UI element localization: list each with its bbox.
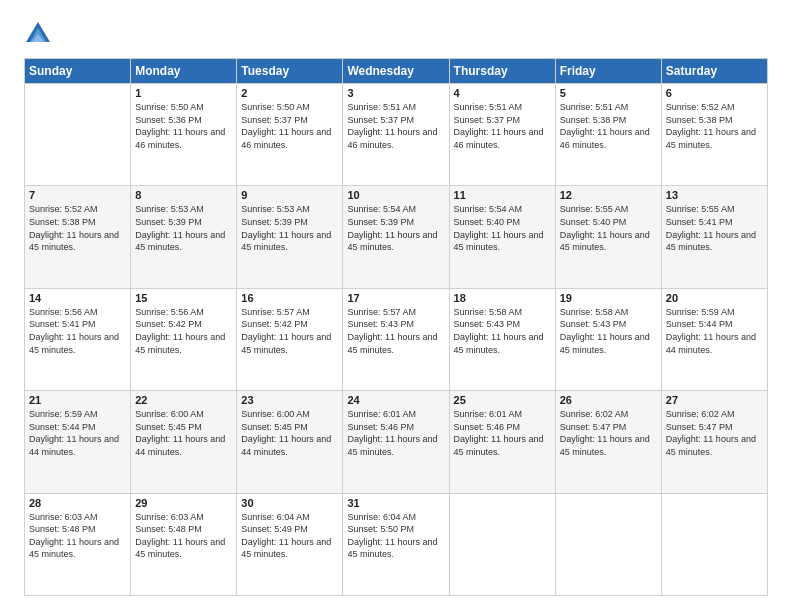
calendar-header-sunday: Sunday	[25, 59, 131, 84]
day-number: 16	[241, 292, 338, 304]
calendar-cell: 24Sunrise: 6:01 AMSunset: 5:46 PMDayligh…	[343, 391, 449, 493]
day-number: 14	[29, 292, 126, 304]
calendar-cell: 19Sunrise: 5:58 AMSunset: 5:43 PMDayligh…	[555, 288, 661, 390]
day-info: Sunrise: 5:58 AMSunset: 5:43 PMDaylight:…	[454, 306, 551, 356]
calendar-cell: 13Sunrise: 5:55 AMSunset: 5:41 PMDayligh…	[661, 186, 767, 288]
calendar-cell	[661, 493, 767, 595]
calendar-cell: 15Sunrise: 5:56 AMSunset: 5:42 PMDayligh…	[131, 288, 237, 390]
page: SundayMondayTuesdayWednesdayThursdayFrid…	[0, 0, 792, 612]
calendar-cell: 23Sunrise: 6:00 AMSunset: 5:45 PMDayligh…	[237, 391, 343, 493]
day-number: 17	[347, 292, 444, 304]
day-number: 19	[560, 292, 657, 304]
calendar-cell: 7Sunrise: 5:52 AMSunset: 5:38 PMDaylight…	[25, 186, 131, 288]
day-number: 13	[666, 189, 763, 201]
day-info: Sunrise: 5:57 AMSunset: 5:42 PMDaylight:…	[241, 306, 338, 356]
day-number: 25	[454, 394, 551, 406]
day-info: Sunrise: 5:56 AMSunset: 5:42 PMDaylight:…	[135, 306, 232, 356]
calendar-cell: 8Sunrise: 5:53 AMSunset: 5:39 PMDaylight…	[131, 186, 237, 288]
day-number: 26	[560, 394, 657, 406]
calendar-cell: 2Sunrise: 5:50 AMSunset: 5:37 PMDaylight…	[237, 84, 343, 186]
day-number: 10	[347, 189, 444, 201]
calendar-cell	[555, 493, 661, 595]
day-info: Sunrise: 5:53 AMSunset: 5:39 PMDaylight:…	[241, 203, 338, 253]
calendar-cell: 3Sunrise: 5:51 AMSunset: 5:37 PMDaylight…	[343, 84, 449, 186]
day-number: 15	[135, 292, 232, 304]
day-number: 9	[241, 189, 338, 201]
calendar-cell: 22Sunrise: 6:00 AMSunset: 5:45 PMDayligh…	[131, 391, 237, 493]
day-number: 27	[666, 394, 763, 406]
day-number: 20	[666, 292, 763, 304]
calendar-cell: 20Sunrise: 5:59 AMSunset: 5:44 PMDayligh…	[661, 288, 767, 390]
day-info: Sunrise: 5:50 AMSunset: 5:36 PMDaylight:…	[135, 101, 232, 151]
day-number: 30	[241, 497, 338, 509]
day-info: Sunrise: 5:53 AMSunset: 5:39 PMDaylight:…	[135, 203, 232, 253]
day-number: 11	[454, 189, 551, 201]
calendar-cell: 26Sunrise: 6:02 AMSunset: 5:47 PMDayligh…	[555, 391, 661, 493]
calendar-cell: 11Sunrise: 5:54 AMSunset: 5:40 PMDayligh…	[449, 186, 555, 288]
day-info: Sunrise: 5:52 AMSunset: 5:38 PMDaylight:…	[29, 203, 126, 253]
day-info: Sunrise: 5:50 AMSunset: 5:37 PMDaylight:…	[241, 101, 338, 151]
calendar-cell: 12Sunrise: 5:55 AMSunset: 5:40 PMDayligh…	[555, 186, 661, 288]
calendar-cell: 27Sunrise: 6:02 AMSunset: 5:47 PMDayligh…	[661, 391, 767, 493]
calendar-header-tuesday: Tuesday	[237, 59, 343, 84]
logo-icon	[24, 20, 52, 48]
calendar-cell: 10Sunrise: 5:54 AMSunset: 5:39 PMDayligh…	[343, 186, 449, 288]
day-info: Sunrise: 5:51 AMSunset: 5:37 PMDaylight:…	[347, 101, 444, 151]
day-number: 22	[135, 394, 232, 406]
day-number: 31	[347, 497, 444, 509]
calendar-cell: 29Sunrise: 6:03 AMSunset: 5:48 PMDayligh…	[131, 493, 237, 595]
calendar-cell: 31Sunrise: 6:04 AMSunset: 5:50 PMDayligh…	[343, 493, 449, 595]
day-info: Sunrise: 5:51 AMSunset: 5:38 PMDaylight:…	[560, 101, 657, 151]
day-info: Sunrise: 5:57 AMSunset: 5:43 PMDaylight:…	[347, 306, 444, 356]
day-number: 8	[135, 189, 232, 201]
day-info: Sunrise: 6:02 AMSunset: 5:47 PMDaylight:…	[666, 408, 763, 458]
day-number: 3	[347, 87, 444, 99]
day-number: 1	[135, 87, 232, 99]
calendar-cell: 17Sunrise: 5:57 AMSunset: 5:43 PMDayligh…	[343, 288, 449, 390]
day-info: Sunrise: 6:03 AMSunset: 5:48 PMDaylight:…	[29, 511, 126, 561]
day-number: 18	[454, 292, 551, 304]
calendar-table: SundayMondayTuesdayWednesdayThursdayFrid…	[24, 58, 768, 596]
day-info: Sunrise: 5:52 AMSunset: 5:38 PMDaylight:…	[666, 101, 763, 151]
calendar-cell	[449, 493, 555, 595]
day-number: 5	[560, 87, 657, 99]
day-info: Sunrise: 5:59 AMSunset: 5:44 PMDaylight:…	[29, 408, 126, 458]
calendar-cell: 30Sunrise: 6:04 AMSunset: 5:49 PMDayligh…	[237, 493, 343, 595]
day-info: Sunrise: 6:00 AMSunset: 5:45 PMDaylight:…	[241, 408, 338, 458]
calendar-header-monday: Monday	[131, 59, 237, 84]
calendar-cell: 4Sunrise: 5:51 AMSunset: 5:37 PMDaylight…	[449, 84, 555, 186]
calendar-week-4: 21Sunrise: 5:59 AMSunset: 5:44 PMDayligh…	[25, 391, 768, 493]
calendar-cell: 1Sunrise: 5:50 AMSunset: 5:36 PMDaylight…	[131, 84, 237, 186]
calendar-header-friday: Friday	[555, 59, 661, 84]
calendar-header-thursday: Thursday	[449, 59, 555, 84]
calendar-cell: 14Sunrise: 5:56 AMSunset: 5:41 PMDayligh…	[25, 288, 131, 390]
calendar-cell	[25, 84, 131, 186]
calendar-week-2: 7Sunrise: 5:52 AMSunset: 5:38 PMDaylight…	[25, 186, 768, 288]
calendar-week-3: 14Sunrise: 5:56 AMSunset: 5:41 PMDayligh…	[25, 288, 768, 390]
day-info: Sunrise: 6:01 AMSunset: 5:46 PMDaylight:…	[347, 408, 444, 458]
day-info: Sunrise: 5:55 AMSunset: 5:41 PMDaylight:…	[666, 203, 763, 253]
calendar-week-5: 28Sunrise: 6:03 AMSunset: 5:48 PMDayligh…	[25, 493, 768, 595]
day-info: Sunrise: 5:56 AMSunset: 5:41 PMDaylight:…	[29, 306, 126, 356]
calendar-header-saturday: Saturday	[661, 59, 767, 84]
logo	[24, 20, 56, 48]
calendar-cell: 9Sunrise: 5:53 AMSunset: 5:39 PMDaylight…	[237, 186, 343, 288]
day-number: 24	[347, 394, 444, 406]
calendar-cell: 18Sunrise: 5:58 AMSunset: 5:43 PMDayligh…	[449, 288, 555, 390]
calendar-cell: 21Sunrise: 5:59 AMSunset: 5:44 PMDayligh…	[25, 391, 131, 493]
day-number: 23	[241, 394, 338, 406]
day-number: 21	[29, 394, 126, 406]
day-info: Sunrise: 6:04 AMSunset: 5:50 PMDaylight:…	[347, 511, 444, 561]
day-info: Sunrise: 5:54 AMSunset: 5:40 PMDaylight:…	[454, 203, 551, 253]
day-info: Sunrise: 6:01 AMSunset: 5:46 PMDaylight:…	[454, 408, 551, 458]
day-info: Sunrise: 6:03 AMSunset: 5:48 PMDaylight:…	[135, 511, 232, 561]
calendar-cell: 5Sunrise: 5:51 AMSunset: 5:38 PMDaylight…	[555, 84, 661, 186]
day-info: Sunrise: 5:54 AMSunset: 5:39 PMDaylight:…	[347, 203, 444, 253]
day-number: 12	[560, 189, 657, 201]
day-info: Sunrise: 6:00 AMSunset: 5:45 PMDaylight:…	[135, 408, 232, 458]
day-number: 28	[29, 497, 126, 509]
calendar-cell: 6Sunrise: 5:52 AMSunset: 5:38 PMDaylight…	[661, 84, 767, 186]
day-number: 29	[135, 497, 232, 509]
day-info: Sunrise: 5:58 AMSunset: 5:43 PMDaylight:…	[560, 306, 657, 356]
day-info: Sunrise: 6:04 AMSunset: 5:49 PMDaylight:…	[241, 511, 338, 561]
